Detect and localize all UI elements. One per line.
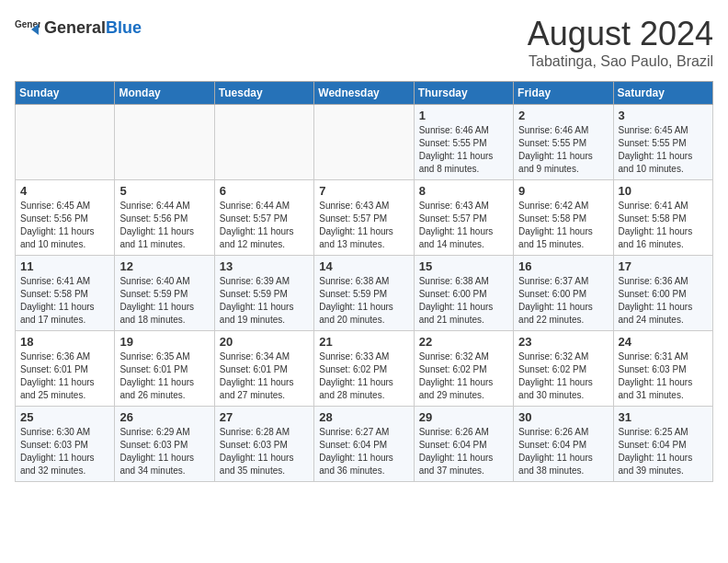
calendar-cell: 2Sunrise: 6:46 AM Sunset: 5:55 PM Daylig…: [514, 105, 613, 180]
calendar-cell: 6Sunrise: 6:44 AM Sunset: 5:57 PM Daylig…: [214, 180, 313, 256]
day-number: 30: [518, 410, 608, 424]
title-area: August 2024 Tabatinga, Sao Paulo, Brazil: [528, 15, 713, 70]
calendar-cell: 9Sunrise: 6:42 AM Sunset: 5:58 PM Daylig…: [514, 180, 613, 256]
cell-info: Sunrise: 6:27 AM Sunset: 6:04 PM Dayligh…: [319, 426, 408, 477]
calendar-cell: 23Sunrise: 6:32 AM Sunset: 6:02 PM Dayli…: [514, 331, 613, 407]
calendar-cell: 17Sunrise: 6:36 AM Sunset: 6:00 PM Dayli…: [613, 256, 712, 331]
day-number: 20: [220, 335, 309, 349]
calendar-cell: 18Sunrise: 6:36 AM Sunset: 6:01 PM Dayli…: [16, 331, 115, 407]
day-header-saturday: Saturday: [613, 82, 712, 105]
day-header-thursday: Thursday: [414, 82, 513, 105]
logo-general-text: General: [44, 18, 106, 37]
calendar-cell: 30Sunrise: 6:26 AM Sunset: 6:04 PM Dayli…: [514, 407, 613, 482]
day-number: 8: [419, 184, 508, 198]
day-header-wednesday: Wednesday: [314, 82, 414, 105]
day-header-sunday: Sunday: [16, 82, 115, 105]
day-number: 4: [20, 184, 109, 198]
cell-info: Sunrise: 6:28 AM Sunset: 6:03 PM Dayligh…: [220, 426, 309, 477]
cell-info: Sunrise: 6:40 AM Sunset: 5:59 PM Dayligh…: [119, 275, 209, 327]
day-number: 31: [619, 410, 708, 424]
calendar-cell: 15Sunrise: 6:38 AM Sunset: 6:00 PM Dayli…: [414, 256, 513, 331]
day-number: 23: [518, 335, 608, 349]
cell-info: Sunrise: 6:38 AM Sunset: 6:00 PM Dayligh…: [419, 275, 508, 327]
calendar-cell: 19Sunrise: 6:35 AM Sunset: 6:01 PM Dayli…: [115, 331, 214, 407]
calendar-cell: 13Sunrise: 6:39 AM Sunset: 5:59 PM Dayli…: [214, 256, 313, 331]
logo: General GeneralBlue: [15, 15, 142, 40]
cell-info: Sunrise: 6:26 AM Sunset: 6:04 PM Dayligh…: [419, 426, 508, 477]
calendar-cell: 5Sunrise: 6:44 AM Sunset: 5:56 PM Daylig…: [115, 180, 214, 256]
calendar-week-row: 1Sunrise: 6:46 AM Sunset: 5:55 PM Daylig…: [16, 105, 713, 180]
cell-info: Sunrise: 6:45 AM Sunset: 5:56 PM Dayligh…: [20, 200, 109, 251]
calendar-week-row: 18Sunrise: 6:36 AM Sunset: 6:01 PM Dayli…: [16, 331, 713, 407]
calendar-cell: 14Sunrise: 6:38 AM Sunset: 5:59 PM Dayli…: [314, 256, 414, 331]
calendar-cell: 22Sunrise: 6:32 AM Sunset: 6:02 PM Dayli…: [414, 331, 513, 407]
cell-info: Sunrise: 6:41 AM Sunset: 5:58 PM Dayligh…: [20, 275, 109, 327]
calendar-week-row: 4Sunrise: 6:45 AM Sunset: 5:56 PM Daylig…: [16, 180, 713, 256]
calendar-cell: 12Sunrise: 6:40 AM Sunset: 5:59 PM Dayli…: [115, 256, 214, 331]
day-number: 11: [20, 259, 109, 273]
cell-info: Sunrise: 6:46 AM Sunset: 5:55 PM Dayligh…: [518, 124, 608, 176]
day-header-tuesday: Tuesday: [214, 82, 313, 105]
cell-info: Sunrise: 6:25 AM Sunset: 6:04 PM Dayligh…: [619, 426, 708, 477]
day-number: 27: [220, 410, 309, 424]
cell-info: Sunrise: 6:44 AM Sunset: 5:57 PM Dayligh…: [220, 200, 309, 251]
cell-info: Sunrise: 6:29 AM Sunset: 6:03 PM Dayligh…: [119, 426, 209, 477]
day-number: 7: [319, 184, 408, 198]
calendar-week-row: 25Sunrise: 6:30 AM Sunset: 6:03 PM Dayli…: [16, 407, 713, 482]
day-number: 3: [619, 109, 708, 122]
calendar-cell: [115, 105, 214, 180]
day-number: 28: [319, 410, 408, 424]
cell-info: Sunrise: 6:39 AM Sunset: 5:59 PM Dayligh…: [220, 275, 309, 327]
calendar-cell: 3Sunrise: 6:45 AM Sunset: 5:55 PM Daylig…: [613, 105, 712, 180]
day-number: 9: [518, 184, 608, 198]
day-number: 25: [20, 410, 109, 424]
calendar-cell: 29Sunrise: 6:26 AM Sunset: 6:04 PM Dayli…: [414, 407, 513, 482]
cell-info: Sunrise: 6:26 AM Sunset: 6:04 PM Dayligh…: [518, 426, 608, 477]
day-number: 19: [119, 335, 209, 349]
day-number: 17: [619, 259, 708, 273]
calendar-header-row: SundayMondayTuesdayWednesdayThursdayFrid…: [16, 82, 713, 105]
calendar-cell: [314, 105, 414, 180]
calendar-cell: 8Sunrise: 6:43 AM Sunset: 5:57 PM Daylig…: [414, 180, 513, 256]
day-number: 24: [619, 335, 708, 349]
logo-blue-text: Blue: [106, 18, 142, 37]
cell-info: Sunrise: 6:34 AM Sunset: 6:01 PM Dayligh…: [220, 350, 309, 402]
calendar-cell: 21Sunrise: 6:33 AM Sunset: 6:02 PM Dayli…: [314, 331, 414, 407]
logo-icon: General: [15, 15, 40, 40]
day-header-friday: Friday: [514, 82, 613, 105]
calendar-week-row: 11Sunrise: 6:41 AM Sunset: 5:58 PM Dayli…: [16, 256, 713, 331]
cell-info: Sunrise: 6:45 AM Sunset: 5:55 PM Dayligh…: [619, 124, 708, 176]
cell-info: Sunrise: 6:33 AM Sunset: 6:02 PM Dayligh…: [319, 350, 408, 402]
header: General GeneralBlue August 2024 Tabating…: [15, 15, 713, 70]
calendar-cell: 7Sunrise: 6:43 AM Sunset: 5:57 PM Daylig…: [314, 180, 414, 256]
calendar-cell: 27Sunrise: 6:28 AM Sunset: 6:03 PM Dayli…: [214, 407, 313, 482]
cell-info: Sunrise: 6:36 AM Sunset: 6:01 PM Dayligh…: [20, 350, 109, 402]
calendar-cell: 10Sunrise: 6:41 AM Sunset: 5:58 PM Dayli…: [613, 180, 712, 256]
day-number: 18: [20, 335, 109, 349]
calendar-cell: 4Sunrise: 6:45 AM Sunset: 5:56 PM Daylig…: [16, 180, 115, 256]
calendar-cell: 24Sunrise: 6:31 AM Sunset: 6:03 PM Dayli…: [613, 331, 712, 407]
location-subtitle: Tabatinga, Sao Paulo, Brazil: [528, 53, 713, 70]
month-year-title: August 2024: [528, 15, 713, 53]
cell-info: Sunrise: 6:43 AM Sunset: 5:57 PM Dayligh…: [319, 200, 408, 251]
calendar-cell: 28Sunrise: 6:27 AM Sunset: 6:04 PM Dayli…: [314, 407, 414, 482]
day-number: 12: [119, 259, 209, 273]
day-number: 13: [220, 259, 309, 273]
calendar-cell: 20Sunrise: 6:34 AM Sunset: 6:01 PM Dayli…: [214, 331, 313, 407]
cell-info: Sunrise: 6:37 AM Sunset: 6:00 PM Dayligh…: [518, 275, 608, 327]
day-number: 14: [319, 259, 408, 273]
day-number: 10: [619, 184, 708, 198]
calendar-table: SundayMondayTuesdayWednesdayThursdayFrid…: [15, 81, 713, 482]
cell-info: Sunrise: 6:35 AM Sunset: 6:01 PM Dayligh…: [119, 350, 209, 402]
day-number: 2: [518, 109, 608, 122]
cell-info: Sunrise: 6:41 AM Sunset: 5:58 PM Dayligh…: [619, 200, 708, 251]
calendar-cell: 16Sunrise: 6:37 AM Sunset: 6:00 PM Dayli…: [514, 256, 613, 331]
day-number: 15: [419, 259, 508, 273]
day-number: 1: [419, 109, 508, 122]
day-number: 5: [119, 184, 209, 198]
calendar-cell: 26Sunrise: 6:29 AM Sunset: 6:03 PM Dayli…: [115, 407, 214, 482]
calendar-cell: 1Sunrise: 6:46 AM Sunset: 5:55 PM Daylig…: [414, 105, 513, 180]
day-header-monday: Monday: [115, 82, 214, 105]
day-number: 22: [419, 335, 508, 349]
cell-info: Sunrise: 6:30 AM Sunset: 6:03 PM Dayligh…: [20, 426, 109, 477]
